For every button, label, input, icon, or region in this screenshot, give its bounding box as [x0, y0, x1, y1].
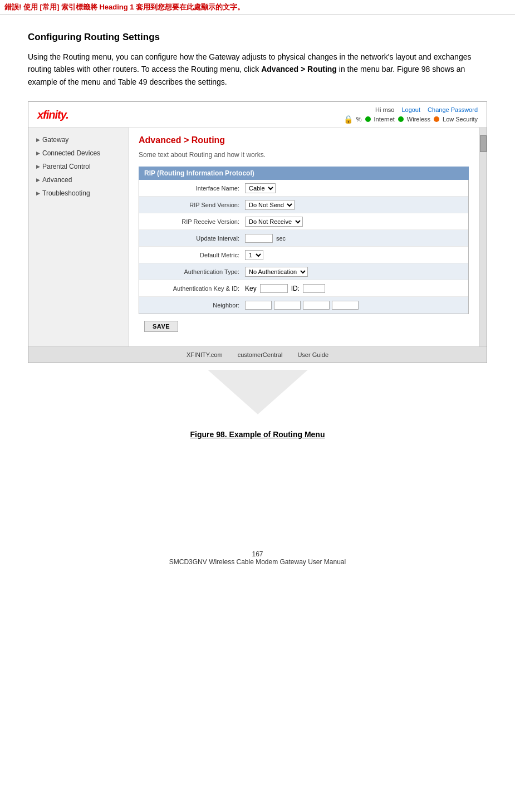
scrollbar[interactable]: [479, 128, 487, 346]
page-footer: 167 SMCD3GNV Wireless Cable Modem Gatewa…: [28, 550, 487, 577]
doc-title: SMCD3GNV Wireless Cable Modem Gateway Us…: [28, 558, 487, 566]
sidebar-item-label-connected-devices: Connected Devices: [42, 149, 100, 157]
key-text-label: Key: [245, 285, 257, 292]
sidebar-item-label-advanced: Advanced: [42, 176, 72, 184]
sidebar-item-gateway[interactable]: ▶ Gateway: [28, 133, 128, 146]
default-metric-label: Default Metric:: [145, 252, 245, 258]
sidebar-item-label-troubleshooting: Troubleshooting: [42, 189, 90, 197]
bold-nav-text: Advanced > Routing: [261, 65, 337, 74]
sidebar-item-label-parental-control: Parental Control: [42, 163, 91, 170]
sidebar-item-parental-control[interactable]: ▶ Parental Control: [28, 160, 128, 173]
id-text-label: ID:: [291, 285, 300, 292]
router-description: Some text about Routing and how it works…: [139, 151, 469, 159]
form-row-auth-key-id: Authentication Key & ID: Key ID:: [139, 280, 468, 297]
interface-name-label: Interface Name:: [145, 185, 245, 192]
footer-link-user-guide[interactable]: User Guide: [297, 351, 328, 358]
scroll-thumb[interactable]: [480, 135, 487, 152]
form-row-neighbor: Neighbor:: [139, 297, 468, 314]
rip-receive-control: Do Not Receive: [245, 217, 303, 227]
auth-type-label: Authentication Type:: [145, 268, 245, 275]
sidebar-item-label-gateway: Gateway: [42, 136, 68, 144]
neighbor-control: [245, 301, 359, 310]
update-interval-unit: sec: [276, 235, 286, 242]
xfinity-logo: xfinity.: [37, 109, 68, 121]
save-button-row: SAVE: [139, 314, 469, 339]
rip-send-control: Do Not Send: [245, 200, 295, 210]
sidebar-item-troubleshooting[interactable]: ▶ Troubleshooting: [28, 187, 128, 200]
arrow-indicator: [208, 370, 308, 425]
down-arrow-icon: [208, 370, 308, 414]
security-status-icon: [434, 116, 439, 122]
figure-caption-text: Figure 98. Example of Routing Menu: [190, 430, 325, 439]
user-info-line: Hi mso Logout Change Password: [344, 106, 478, 113]
router-footer: XFINITY.com customerCentral User Guide: [28, 346, 487, 363]
body-paragraph: Using the Routing menu, you can configur…: [28, 51, 487, 88]
auth-key-input[interactable]: [260, 284, 288, 293]
footer-link-xfinity[interactable]: XFINITY.com: [187, 351, 223, 358]
security-label: Low Security: [443, 116, 478, 123]
status-bar: 🔒 % Internet Wireless Low Security: [344, 115, 478, 124]
save-button[interactable]: SAVE: [144, 321, 178, 332]
default-metric-select[interactable]: 1: [245, 250, 263, 260]
rip-receive-select[interactable]: Do Not Receive: [245, 217, 303, 227]
neighbor-input-2[interactable]: [274, 301, 301, 310]
interface-name-control: Cable: [245, 183, 276, 193]
error-bar: 錯誤! 使用 [常用] 索引標籤將 Heading 1 套用到您想要在此處顯示的…: [0, 0, 515, 15]
auth-key-id-control: Key ID:: [245, 284, 325, 293]
advanced-arrow-icon: ▶: [36, 177, 40, 183]
update-interval-control: sec: [245, 234, 286, 243]
internet-label: Internet: [374, 116, 395, 123]
change-password-link[interactable]: Change Password: [428, 106, 478, 113]
form-row-update-interval: Update Interval: sec: [139, 230, 468, 247]
troubleshooting-arrow-icon: ▶: [36, 190, 40, 196]
neighbor-label: Neighbor:: [145, 302, 245, 309]
rip-send-label: RIP Send Version:: [145, 202, 245, 208]
interface-name-select[interactable]: Cable: [245, 183, 276, 193]
form-row-rip-send: RIP Send Version: Do Not Send: [139, 197, 468, 213]
figure-caption: Figure 98. Example of Routing Menu: [28, 430, 487, 439]
document-body: Configuring Routing Settings Using the R…: [0, 15, 515, 599]
rip-send-select[interactable]: Do Not Send: [245, 200, 295, 210]
logout-link[interactable]: Logout: [401, 106, 420, 113]
neighbor-inputs: [245, 301, 359, 310]
auth-type-control: No Authentication: [245, 267, 308, 277]
auth-key-id-label: Authentication Key & ID:: [145, 285, 245, 292]
connected-devices-arrow-icon: ▶: [36, 150, 40, 156]
wireless-label: Wireless: [407, 116, 430, 123]
rip-form: Interface Name: Cable RIP Send Version:: [139, 180, 469, 314]
auth-id-input[interactable]: [303, 284, 325, 293]
wireless-status-icon: [398, 116, 404, 122]
gateway-arrow-icon: ▶: [36, 137, 40, 143]
default-metric-control: 1: [245, 250, 263, 260]
update-interval-label: Update Interval:: [145, 235, 245, 242]
sidebar-item-advanced[interactable]: ▶ Advanced: [28, 173, 128, 187]
form-row-default-metric: Default Metric: 1: [139, 247, 468, 263]
auth-type-select[interactable]: No Authentication: [245, 267, 308, 277]
signal-icon: 🔒: [344, 115, 353, 124]
hi-text: Hi mso: [375, 106, 394, 113]
form-row-interface-name: Interface Name: Cable: [139, 180, 468, 197]
router-ui: xfinity. Hi mso Logout Change Password 🔒…: [28, 102, 487, 363]
internet-status-icon: [365, 116, 371, 122]
signal-pct: %: [356, 116, 362, 123]
sidebar-item-connected-devices[interactable]: ▶ Connected Devices: [28, 146, 128, 160]
form-row-rip-receive: RIP Receive Version: Do Not Receive: [139, 213, 468, 230]
router-header: xfinity. Hi mso Logout Change Password 🔒…: [28, 102, 487, 128]
neighbor-input-4[interactable]: [332, 301, 359, 310]
form-row-auth-type: Authentication Type: No Authentication: [139, 263, 468, 280]
router-main-title: Advanced > Routing: [139, 135, 469, 145]
parental-control-arrow-icon: ▶: [36, 164, 40, 169]
router-body-wrapper: ▶ Gateway ▶ Connected Devices ▶ Parental…: [28, 128, 487, 346]
rip-section-header: RIP (Routing Information Protocol): [139, 167, 469, 180]
section-heading: Configuring Routing Settings: [28, 32, 487, 43]
neighbor-input-1[interactable]: [245, 301, 272, 310]
screenshot-container: xfinity. Hi mso Logout Change Password 🔒…: [28, 101, 487, 363]
rip-receive-label: RIP Receive Version:: [145, 218, 245, 225]
update-interval-input[interactable]: [245, 234, 273, 243]
footer-link-customer-central[interactable]: customerCentral: [238, 351, 283, 358]
page-number: 167: [28, 550, 487, 558]
router-main-content: Advanced > Routing Some text about Routi…: [129, 128, 479, 346]
router-sidebar: ▶ Gateway ▶ Connected Devices ▶ Parental…: [28, 128, 129, 346]
router-header-right: Hi mso Logout Change Password 🔒 % Intern…: [344, 106, 478, 124]
neighbor-input-3[interactable]: [303, 301, 330, 310]
